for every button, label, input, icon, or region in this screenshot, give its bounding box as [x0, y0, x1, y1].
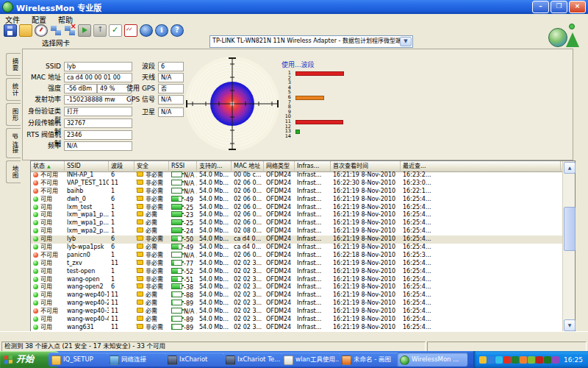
column-header-security[interactable]: 安全 [135, 161, 169, 171]
tray-icon-2[interactable] [495, 356, 503, 364]
system-tray: 16:25 [473, 351, 588, 368]
table-row[interactable]: 可用wang-wep40-111必需-8854.0 Mb...02 02 3..… [31, 291, 563, 300]
gps-value-1[interactable]: N/A [158, 73, 184, 82]
cell-ssid: t_zxv [65, 260, 109, 268]
chevron-down-icon[interactable]: ▼ [400, 37, 412, 46]
network-icon[interactable] [50, 25, 62, 36]
info-icon[interactable] [155, 24, 168, 37]
column-header-last_seen[interactable]: 最近查... [401, 161, 561, 171]
table-row[interactable]: 可用dwh_06非必需-4954.0 Mb...02 06 0...OFDM24… [31, 196, 563, 204]
close-button[interactable]: × [569, 1, 586, 13]
tray-icon-1[interactable] [487, 356, 495, 364]
gps-value-2[interactable]: 否 [158, 84, 184, 93]
table-row[interactable]: 不可用VAP_TEST_11G11非必需N/A ...54.0 Mb...02 … [31, 180, 563, 188]
table-row[interactable]: 不可用panicn01非必需N/A ...54.0 Mb...02 06 0..… [31, 252, 563, 260]
rssi-battery-fill [172, 269, 178, 273]
field-value-6[interactable]: 2346 [64, 130, 132, 140]
ixchariot-icon [168, 355, 177, 365]
table-row[interactable]: 可用lxm_test1非必需-2554.0 Mb...02 06 0...OFD… [31, 204, 563, 212]
tab-2[interactable]: 图形 [6, 103, 21, 126]
cell-first_seen: 16:21:19 8-Nov-2010 [331, 204, 401, 212]
table-row[interactable]: 可用wang-open1非必需-5154.0 Mb...02 02 3...OF… [31, 276, 563, 284]
tray-icon-9[interactable] [552, 356, 559, 364]
tray-icon-8[interactable] [544, 356, 551, 364]
cell-rssi: -89 [169, 300, 197, 308]
side-tabs: 摘要统计图形IP 连接地图 [6, 53, 21, 185]
table-row[interactable]: 可用wang-wep40-211必需-8954.0 Mb...02 02 3..… [31, 300, 563, 308]
menu-item-1[interactable]: 配置 [32, 14, 46, 25]
field-value-2[interactable]: -56 dBm [64, 84, 97, 93]
table-row[interactable]: 可用test-open1非必需-5254.0 Mb...02 02 3...OF… [31, 268, 563, 276]
tab-3[interactable]: IP 连接 [6, 128, 21, 158]
checklist-icon[interactable] [124, 24, 137, 37]
cell-status: 可用 [31, 283, 65, 291]
table-row[interactable]: 可用lyb-wpa1psk6必需-4954.0 Mb...ca d4 0...O… [31, 244, 563, 252]
cell-mac: 02 02 3... [232, 300, 264, 308]
tab-0[interactable]: 摘要 [6, 53, 21, 76]
open-folder-icon[interactable] [19, 24, 32, 37]
taskbar-button-6[interactable]: WirelessMon ... [397, 353, 467, 367]
edit-check-icon[interactable] [109, 24, 122, 37]
cell-channel: 11 [109, 316, 135, 324]
field-value-7[interactable]: N/A [64, 141, 132, 151]
tab-1[interactable]: 统计 [6, 78, 21, 101]
field-value-5[interactable]: 32767 [64, 118, 132, 128]
table-row[interactable]: 可用wang-open26非必需-3854.0 Mb...02 02 3...O… [31, 283, 563, 291]
column-header-mac[interactable]: MAC 地址 [232, 161, 264, 171]
minimize-button[interactable]: – [532, 1, 549, 13]
lock-open-icon [137, 252, 143, 257]
gps-value-3[interactable]: N/A [158, 95, 184, 105]
gauge-icon[interactable] [35, 24, 48, 37]
table-row[interactable]: 不可用wang-wep40-311必需N/A ...54.0 Mb...02 0… [31, 308, 563, 316]
tray-icon-6[interactable] [528, 356, 535, 364]
cell-nettype: OFDM24 [264, 188, 295, 196]
upload-icon[interactable] [93, 24, 107, 37]
table-row[interactable]: 可用lxm_wpa1_p...1必需-2554.0 Mb...02 06 0..… [31, 219, 563, 227]
table-row[interactable]: 可用lxm_wpa1_p...1必需-2354.0 Mb...02 06 0..… [31, 211, 563, 219]
field-label-2: 强度 [23, 84, 61, 93]
table-row[interactable]: 可用lxm_wpa2_p...1必需-2454.0 Mb...02 08 0..… [31, 227, 563, 236]
gps-value-4[interactable]: N/A [158, 107, 184, 117]
cell-last_seen: 16:25:4... [401, 283, 561, 291]
web-icon[interactable] [140, 24, 153, 37]
tab-4[interactable]: 地图 [6, 160, 21, 183]
cell-nettype: OFDM24 [264, 308, 295, 316]
gps-value-0[interactable]: 6 [158, 62, 184, 71]
cell-mac: 02 06 0... [232, 188, 264, 196]
tray-icon-4[interactable] [512, 356, 519, 364]
table-row[interactable]: 可用lyb6非必需-5054.0 Mb...ca d4 0...OFDM24In… [31, 236, 563, 244]
table-row[interactable]: 不可用INH-AP_16非必需N/A ...54.0 Mb...00 0b c.… [31, 171, 563, 180]
column-header-infra[interactable]: Infras... [295, 161, 331, 171]
column-header-rates[interactable]: 支持的... [197, 161, 232, 171]
table-row[interactable]: 可用wang-wep40-411必需-8954.0 Mb...02 02 3..… [31, 316, 563, 324]
lock-open-icon [137, 276, 143, 281]
column-header-status[interactable]: 状态▲ [31, 161, 65, 171]
scrollbar-thumb[interactable] [564, 207, 576, 251]
tray-icon-0[interactable] [479, 356, 487, 364]
cell-mac: 02 02 3... [232, 268, 264, 276]
network-x-icon[interactable] [64, 25, 76, 36]
scroll-down-icon[interactable]: ▼ [564, 319, 576, 331]
column-header-nettype[interactable]: 网络类型 [264, 161, 295, 171]
adapter-combobox[interactable]: TP-LINK TL-WN821N 11N Wireless Adapter -… [209, 35, 413, 48]
menu-item-0[interactable]: 文件 [5, 14, 20, 25]
scroll-up-icon[interactable]: ▲ [564, 162, 576, 174]
vertical-scrollbar[interactable]: ▲ ▼ [562, 161, 575, 332]
column-header-ssid[interactable]: SSID [65, 161, 109, 171]
tray-icon-3[interactable] [503, 356, 511, 364]
table-row[interactable]: 可用t_zxv11非必需-7754.0 Mb...02 02 3...OFDM2… [31, 260, 563, 268]
column-header-first_seen[interactable]: 首次查看时间 [331, 161, 401, 171]
adapter-start-icon[interactable] [78, 24, 91, 37]
table-row[interactable]: 不可用baihb1非必需N/A ...54.0 Mb...02 06 0...O… [31, 188, 563, 196]
restore-button[interactable]: ❐ [551, 1, 567, 13]
column-header-rssi[interactable]: RSSI [169, 161, 197, 171]
help-icon[interactable] [171, 24, 184, 37]
cell-rates: 54.0 Mb... [197, 316, 232, 324]
save-icon[interactable] [4, 24, 17, 37]
rssi-battery-icon [171, 204, 182, 210]
cell-rssi: N/A ... [169, 308, 197, 316]
notepad-icon [284, 355, 293, 365]
column-header-channel[interactable]: 波段 [109, 161, 135, 171]
tray-icon-7[interactable] [536, 356, 543, 364]
tray-icon-5[interactable] [520, 356, 527, 364]
